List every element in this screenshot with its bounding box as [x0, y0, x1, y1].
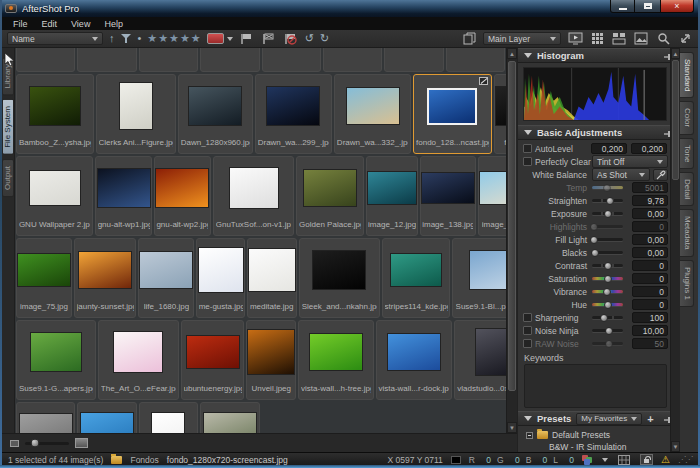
thumbnail-cell[interactable] [139, 48, 198, 72]
histogram-header[interactable]: Histogram [518, 48, 680, 63]
autolevel-checkbox[interactable] [523, 144, 532, 153]
preset-item-default-presets[interactable]: Default Presets [526, 429, 666, 441]
flag-pick-icon[interactable] [239, 32, 255, 45]
layers-icon[interactable] [461, 32, 477, 45]
menu-item-file[interactable]: File [6, 17, 35, 30]
hue-slider[interactable] [592, 303, 623, 306]
autolevel-value-1[interactable]: 0,200 [591, 143, 627, 154]
chevron-down-icon[interactable] [227, 37, 233, 41]
thumbnail-cell[interactable]: Golden Palace.jpg [296, 156, 363, 236]
thumbnail-cell[interactable]: stripes114_kde.jpg [382, 238, 451, 318]
menu-item-edit[interactable]: Edit [35, 17, 65, 30]
thumbnail-cell[interactable]: meditate.jpg [247, 238, 297, 318]
hue-value[interactable]: 0 [632, 299, 668, 310]
thumbnail-size-slider-thumb[interactable] [30, 439, 39, 448]
grid-scrollbar-thumb[interactable] [508, 61, 516, 391]
close-button[interactable]: × [660, 0, 694, 13]
no-rating-dot-button[interactable]: • [138, 33, 142, 44]
chevron-down-icon[interactable] [602, 458, 608, 462]
color-management-icon[interactable] [582, 455, 594, 465]
vibrance-value[interactable]: 0 [632, 286, 668, 297]
fill-light-slider[interactable] [592, 238, 623, 241]
thumbnail-cell[interactable]: ubuntuenergy.jpg [181, 320, 244, 400]
panel-tab-metadata[interactable]: Metadata [680, 209, 694, 256]
menu-item-help[interactable]: Help [97, 17, 130, 30]
thumbnail-cell[interactable] [16, 48, 75, 72]
star-icon[interactable]: ★ [158, 33, 168, 44]
star-icon[interactable]: ★ [147, 33, 157, 44]
sharpening-slider[interactable] [592, 316, 623, 319]
highlights-slider[interactable] [592, 225, 623, 228]
thumbnail-cell[interactable]: me-gusta.jpg [196, 238, 244, 318]
preset-item-b-w-ir-simulation[interactable]: B&W - IR Simulation [526, 441, 666, 452]
thumbnail-cell[interactable] [77, 48, 136, 72]
sort-direction-button[interactable]: ↑ [109, 33, 115, 44]
temp-value[interactable]: 5001 [632, 182, 668, 193]
scroll-down-icon[interactable]: ▼ [671, 441, 680, 452]
thumbnail-cell[interactable]: Dawn_1280x960.jpg [178, 74, 253, 154]
sort-field-dropdown[interactable]: Name [7, 32, 103, 45]
menu-item-view[interactable]: View [64, 17, 97, 30]
panel-scrollbar-thumb[interactable] [672, 60, 679, 180]
contrast-slider[interactable] [592, 264, 623, 267]
thumbnail-cell[interactable] [16, 402, 75, 433]
panel-tab-detail[interactable]: Detail [680, 172, 694, 206]
flag-clear-icon[interactable] [283, 32, 299, 45]
exposure-slider-thumb[interactable] [604, 210, 612, 218]
contrast-slider-thumb[interactable] [604, 262, 612, 270]
autolevel-value-2[interactable]: 0,200 [631, 143, 667, 154]
collapse-icon[interactable] [524, 130, 532, 135]
white-balance-dropdown[interactable]: As Shot [592, 168, 650, 181]
temp-slider-thumb[interactable] [603, 184, 611, 192]
saturation-slider[interactable] [592, 277, 623, 280]
star-icon[interactable]: ★ [169, 33, 179, 44]
raw-noise-checkbox[interactable] [523, 339, 532, 348]
blacks-slider[interactable] [592, 251, 623, 254]
white-balance-eyedropper-button[interactable] [653, 169, 668, 181]
slideshow-icon[interactable] [567, 32, 583, 45]
rotate-left-icon[interactable]: ↺ [305, 33, 314, 44]
thumbnail-cell[interactable]: Clerks Ani...Figure.jpg [96, 74, 176, 154]
star-icon[interactable]: ★ [191, 33, 201, 44]
thumbnail-cell[interactable]: GnuTuxSof...on-v1.jpg [213, 156, 295, 236]
thumbnail-cell[interactable]: image_12.jpg [366, 156, 418, 236]
thumbnail-cell[interactable]: Suse9.1-G...apers.jpg [16, 320, 96, 400]
thumbnail-cell-selected[interactable]: fondo_128...ncast.jpg [413, 74, 492, 154]
hue-slider-thumb[interactable] [604, 301, 612, 309]
panel-tab-standard[interactable]: Standard [680, 52, 694, 98]
thumbnail-cell[interactable] [262, 48, 321, 72]
filter-icon[interactable] [121, 33, 132, 44]
thumbnail-cell[interactable]: vista-wall...h-tree.jpg [298, 320, 373, 400]
add-preset-button[interactable]: + [647, 414, 653, 424]
thumbnail-cell[interactable]: gnu-alt-wp2.jpg [154, 156, 211, 236]
flag-reject-icon[interactable] [261, 32, 277, 45]
magnifier-icon[interactable] [655, 32, 671, 45]
panel-tab-color[interactable]: Color [680, 101, 694, 134]
thumbnail-cell[interactable]: The_Art_O...eFear.jpg [98, 320, 179, 400]
thumbnail-cell[interactable]: Suse9.1-Bl...papers.jpg [452, 238, 506, 318]
sharpening-slider-thumb[interactable] [600, 314, 608, 322]
thumbnail-cell[interactable]: life_1680.jpg [138, 238, 194, 318]
panel-tab-tone[interactable]: Tone [680, 138, 694, 169]
thumbnail-cell[interactable]: Drawn_wa...299_.jpg [255, 74, 332, 154]
straighten-slider-thumb[interactable] [606, 197, 614, 205]
thumbnail-cell[interactable]: Drawn_wa...332_.jpg [334, 74, 411, 154]
fill-light-value[interactable]: 0,00 [632, 234, 668, 245]
thumbnail-cell[interactable] [139, 402, 198, 433]
exposure-slider[interactable] [592, 212, 623, 215]
thumbnail-view-icon[interactable] [611, 32, 627, 45]
layer-selector-dropdown[interactable]: Main Layer [483, 32, 561, 45]
multi-image-view-icon[interactable] [589, 32, 605, 45]
collapse-minus-icon[interactable] [526, 432, 533, 439]
minimize-button[interactable] [610, 0, 635, 13]
keywords-input[interactable] [524, 364, 667, 408]
raw-noise-slider[interactable] [592, 342, 623, 345]
straighten-slider[interactable] [592, 199, 623, 202]
thumbnail-cell[interactable]: Bamboo_Z...ysha.jpg [16, 74, 94, 154]
scroll-up-icon[interactable]: ▲ [507, 48, 517, 59]
perfectly-clear-dropdown[interactable]: Tint Off [592, 155, 668, 168]
perfectly-clear-checkbox[interactable] [523, 157, 532, 166]
lock-icon[interactable] [640, 454, 653, 465]
straighten-value[interactable]: 9,78 [632, 195, 668, 206]
presets-collection-dropdown[interactable]: My Favorites [576, 413, 642, 425]
